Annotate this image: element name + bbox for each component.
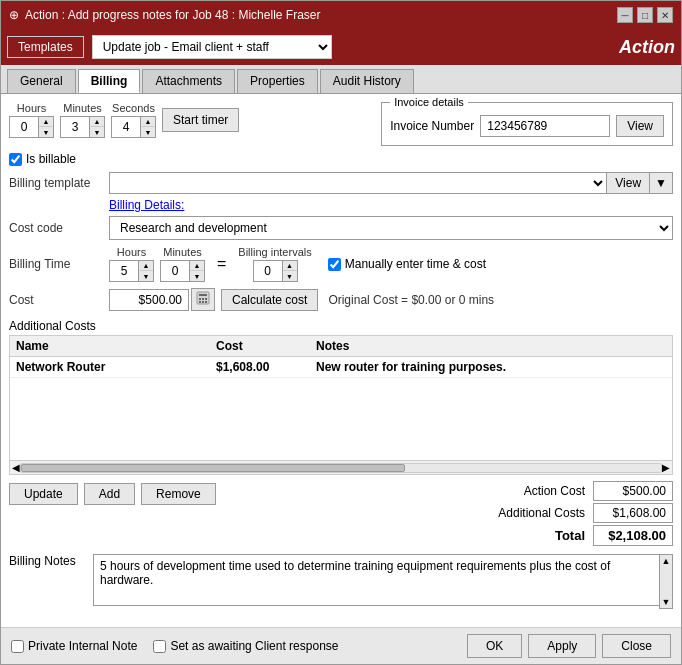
bt-minutes-up-btn[interactable]: ▲ — [190, 261, 204, 271]
is-billable-row: Is billable — [9, 152, 673, 166]
ok-button[interactable]: OK — [467, 634, 522, 658]
bt-hours-group: Hours ▲ ▼ — [109, 246, 154, 282]
invoice-view-button[interactable]: View — [616, 115, 664, 137]
time-section: Hours ▲ ▼ Minutes ▲ — [9, 102, 239, 138]
bt-hours-input[interactable] — [110, 261, 138, 281]
billing-notes-wrapper: Billing Notes 5 hours of development tim… — [9, 554, 673, 609]
billing-template-dropdown-button[interactable]: ▼ — [650, 172, 673, 194]
title-bar-left: ⊕ Action : Add progress notes for Job 48… — [9, 8, 320, 22]
bt-intervals-label: Billing intervals — [238, 246, 311, 258]
col-notes-header: Notes — [316, 339, 666, 353]
content-area: Hours ▲ ▼ Minutes ▲ — [1, 94, 681, 627]
hours-up-btn[interactable]: ▲ — [39, 117, 53, 127]
tab-general[interactable]: General — [7, 69, 76, 93]
bottom-left: Private Internal Note Set as awaiting Cl… — [11, 639, 338, 653]
bt-minutes-down-btn[interactable]: ▼ — [190, 271, 204, 281]
billing-notes-section: Billing Notes 5 hours of development tim… — [9, 554, 673, 609]
scroll-right-btn[interactable]: ▶ — [662, 462, 670, 473]
close-button[interactable]: ✕ — [657, 7, 673, 23]
minutes-label: Minutes — [63, 102, 102, 114]
bt-minutes-label: Minutes — [163, 246, 202, 258]
calc-icon-button[interactable] — [191, 288, 215, 311]
additional-costs-table: Name Cost Notes Network Router $1,608.00… — [9, 335, 673, 475]
table-body: Network Router $1,608.00 New router for … — [10, 357, 672, 460]
hours-input[interactable] — [10, 117, 38, 137]
bt-minutes-input[interactable] — [161, 261, 189, 281]
seconds-label: Seconds — [112, 102, 155, 114]
manually-label: Manually enter time & cost — [345, 257, 486, 271]
row-name: Network Router — [16, 360, 216, 374]
top-row: Hours ▲ ▼ Minutes ▲ — [9, 102, 673, 146]
minutes-input[interactable] — [61, 117, 89, 137]
bt-intervals-up-btn[interactable]: ▲ — [283, 261, 297, 271]
update-button[interactable]: Update — [9, 483, 78, 505]
maximize-button[interactable]: □ — [637, 7, 653, 23]
billing-template-select[interactable] — [109, 172, 607, 194]
bt-hours-up-btn[interactable]: ▲ — [139, 261, 153, 271]
scroll-left-btn[interactable]: ◀ — [12, 462, 20, 473]
bt-hours-down-btn[interactable]: ▼ — [139, 271, 153, 281]
tab-audit-history[interactable]: Audit History — [320, 69, 414, 93]
calculate-cost-button[interactable]: Calculate cost — [221, 289, 318, 311]
hours-group: Hours ▲ ▼ — [9, 102, 54, 138]
bt-intervals-group: Billing intervals ▲ ▼ — [238, 246, 311, 282]
billing-notes-textarea[interactable]: 5 hours of development time used to dete… — [93, 554, 673, 606]
action-label: Action — [619, 37, 675, 58]
notes-scroll-up[interactable]: ▲ — [660, 555, 672, 566]
bt-intervals-down-btn[interactable]: ▼ — [283, 271, 297, 281]
additional-costs-label: Additional Costs — [9, 319, 673, 333]
svg-rect-1 — [199, 294, 207, 296]
bt-intervals-input[interactable] — [254, 261, 282, 281]
hours-down-btn[interactable]: ▼ — [39, 127, 53, 137]
tab-attachments[interactable]: Attachments — [142, 69, 235, 93]
notes-scrollbar[interactable]: ▲ ▼ — [659, 554, 673, 609]
add-button[interactable]: Add — [84, 483, 135, 505]
minimize-button[interactable]: ─ — [617, 7, 633, 23]
minutes-up-btn[interactable]: ▲ — [90, 117, 104, 127]
billing-details-link[interactable]: Billing Details: — [109, 198, 673, 212]
private-note-checkbox[interactable] — [11, 640, 24, 653]
table-row[interactable]: Network Router $1,608.00 New router for … — [10, 357, 672, 378]
seconds-group: Seconds ▲ ▼ — [111, 102, 156, 138]
templates-button[interactable]: Templates — [7, 36, 84, 58]
toolbar: Templates Update job - Email client + st… — [1, 29, 681, 65]
horizontal-scrollbar[interactable]: ◀ ▶ — [10, 460, 672, 474]
awaiting-response-label: Set as awaiting Client response — [170, 639, 338, 653]
cost-code-select[interactable]: Research and development — [109, 216, 673, 240]
minutes-down-btn[interactable]: ▼ — [90, 127, 104, 137]
manually-checkbox[interactable] — [328, 258, 341, 271]
scrollbar-track[interactable] — [20, 463, 662, 473]
invoice-number-input[interactable] — [480, 115, 610, 137]
bt-minutes-group: Minutes ▲ ▼ — [160, 246, 205, 282]
seconds-up-btn[interactable]: ▲ — [141, 117, 155, 127]
tab-properties[interactable]: Properties — [237, 69, 318, 93]
start-timer-button[interactable]: Start timer — [162, 108, 239, 132]
action-cost-row: Action Cost $500.00 — [465, 481, 673, 501]
tab-bar: General Billing Attachments Properties A… — [1, 65, 681, 94]
row-notes: New router for training purposes. — [316, 360, 666, 374]
svg-rect-7 — [205, 301, 207, 303]
action-summary-row: Update Add Remove Action Cost $500.00 Ad… — [9, 479, 673, 548]
billing-template-view-button[interactable]: View — [607, 172, 650, 194]
awaiting-response-checkbox[interactable] — [153, 640, 166, 653]
svg-rect-2 — [199, 298, 201, 300]
tab-billing[interactable]: Billing — [78, 69, 141, 93]
seconds-input[interactable] — [112, 117, 140, 137]
svg-rect-3 — [202, 298, 204, 300]
template-dropdown[interactable]: Update job - Email client + staff — [92, 35, 332, 59]
cost-input[interactable] — [109, 289, 189, 311]
billing-time-sub: Hours ▲ ▼ Minutes ▲ — [109, 246, 486, 282]
is-billable-checkbox[interactable] — [9, 153, 22, 166]
minutes-spinner: ▲ ▼ — [60, 116, 105, 138]
additional-costs-section-label: Additional Costs — [9, 319, 96, 333]
apply-button[interactable]: Apply — [528, 634, 596, 658]
remove-button[interactable]: Remove — [141, 483, 216, 505]
close-button-bottom[interactable]: Close — [602, 634, 671, 658]
window-icon: ⊕ — [9, 8, 19, 22]
billing-details-label[interactable]: Billing Details: — [109, 198, 184, 212]
notes-scroll-down[interactable]: ▼ — [660, 597, 672, 608]
hours-spinner: ▲ ▼ — [9, 116, 54, 138]
scrollbar-thumb[interactable] — [21, 464, 405, 472]
awaiting-response-row: Set as awaiting Client response — [153, 639, 338, 653]
seconds-down-btn[interactable]: ▼ — [141, 127, 155, 137]
